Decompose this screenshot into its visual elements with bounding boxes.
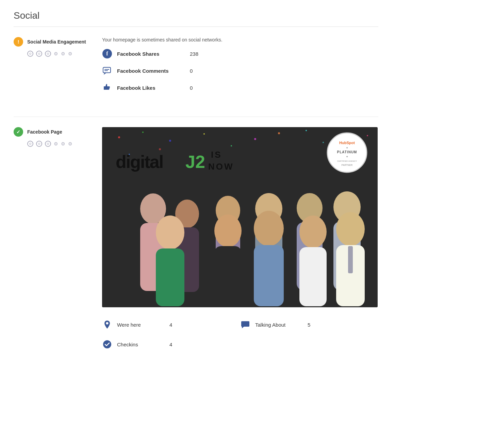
- icon-circle-3[interactable]: [45, 51, 51, 57]
- svg-point-44: [214, 214, 242, 247]
- success-status-icon: ✓: [14, 127, 23, 137]
- gear-icon-5[interactable]: ⚙: [61, 141, 65, 147]
- section-left-fbpage: ✓ Facebook Page ⚙ ⚙ ⚙: [14, 127, 88, 354]
- svg-rect-43: [156, 248, 184, 306]
- facebook-page-stats-grid: Were here 4 Talking About 5: [102, 315, 378, 354]
- icon-circle-5[interactable]: [36, 141, 42, 147]
- svg-text:PLATINUM: PLATINUM: [337, 150, 357, 154]
- team-photo-svg: digital J2 IS NOW HubSpot ★ PLATINUM ★ C…: [102, 127, 378, 307]
- warning-status-icon: !: [14, 37, 23, 47]
- svg-point-54: [103, 340, 111, 348]
- svg-point-42: [156, 216, 184, 249]
- svg-rect-3: [104, 86, 105, 90]
- icon-circle-2[interactable]: [36, 51, 42, 57]
- were-here-label: Were here: [117, 322, 165, 328]
- svg-rect-0: [103, 67, 111, 73]
- svg-point-53: [106, 322, 109, 325]
- facebook-likes-label: Facebook Likes: [117, 85, 185, 91]
- icon-circle-inner-6: [47, 143, 49, 145]
- facebook-comments-icon: [102, 66, 112, 76]
- section-header-fbpage: ✓ Facebook Page: [14, 127, 88, 137]
- svg-point-15: [159, 148, 161, 150]
- svg-rect-45: [214, 246, 242, 306]
- facebook-comments-value: 0: [190, 68, 193, 74]
- svg-point-50: [336, 212, 365, 246]
- icon-circle-inner-2: [38, 53, 40, 55]
- svg-rect-49: [299, 247, 327, 306]
- comment-svg-icon: [102, 66, 112, 75]
- fbpage-icon-row: ⚙ ⚙ ⚙: [27, 141, 88, 147]
- svg-point-10: [306, 130, 307, 131]
- gear-icon-1[interactable]: ⚙: [54, 51, 58, 56]
- section-right-engagement: Your homepage is sometimes shared on soc…: [102, 37, 378, 100]
- svg-text:digital: digital: [116, 152, 163, 172]
- gear-icon-4[interactable]: ⚙: [54, 141, 58, 147]
- chat-svg-icon: [241, 320, 250, 329]
- talking-about-stat: Talking About 5: [240, 315, 378, 334]
- facebook-shares-row: f Facebook Shares 238: [102, 49, 378, 59]
- fbpage-title: Facebook Page: [27, 129, 62, 135]
- facebook-shares-label: Facebook Shares: [117, 51, 185, 57]
- facebook-shares-icon: f: [102, 49, 112, 59]
- location-icon: [102, 320, 112, 330]
- svg-text:IS: IS: [211, 150, 222, 160]
- page-title: Social: [14, 10, 378, 21]
- icon-circle-6[interactable]: [45, 141, 51, 147]
- icon-circle-1[interactable]: [27, 51, 33, 57]
- gear-icon-2[interactable]: ⚙: [61, 51, 65, 56]
- svg-rect-47: [254, 245, 284, 306]
- checkmark-svg-icon: [102, 340, 112, 349]
- svg-point-48: [299, 216, 327, 248]
- checkmark-icon: [102, 339, 112, 349]
- svg-point-12: [367, 135, 368, 136]
- checkins-stat: Checkins 4: [102, 334, 240, 354]
- were-here-value: 4: [169, 322, 172, 328]
- section-left-engagement: ! Social Media Engagement ⚙ ⚙ ⚙: [14, 37, 88, 100]
- check-symbol: ✓: [16, 129, 20, 135]
- facebook-likes-value: 0: [190, 85, 193, 91]
- facebook-page-image: digital J2 IS NOW HubSpot ★ PLATINUM ★ C…: [102, 127, 378, 307]
- svg-text:★: ★: [346, 147, 348, 149]
- svg-point-17: [278, 132, 280, 134]
- svg-point-6: [142, 132, 144, 133]
- gear-icon-6[interactable]: ⚙: [68, 141, 72, 147]
- title-divider: [14, 27, 378, 27]
- icon-circle-4[interactable]: [27, 141, 33, 147]
- engagement-title: Social Media Engagement: [27, 39, 86, 45]
- svg-point-16: [231, 145, 232, 147]
- svg-text:PARTNER: PARTNER: [342, 164, 353, 166]
- svg-text:J2: J2: [185, 152, 205, 172]
- social-media-engagement-section: ! Social Media Engagement ⚙ ⚙ ⚙ Your hom…: [14, 37, 378, 110]
- svg-text:★: ★: [346, 155, 348, 158]
- facebook-comments-label: Facebook Comments: [117, 68, 185, 74]
- facebook-shares-value: 238: [190, 51, 198, 57]
- facebook-comments-row: Facebook Comments 0: [102, 66, 378, 76]
- icon-circle-inner-1: [29, 53, 31, 55]
- chat-icon: [240, 320, 250, 330]
- image-placeholder: digital J2 IS NOW HubSpot ★ PLATINUM ★ C…: [102, 127, 378, 307]
- svg-point-46: [254, 211, 284, 246]
- svg-text:HubSpot: HubSpot: [339, 141, 355, 145]
- section-right-fbpage: digital J2 IS NOW HubSpot ★ PLATINUM ★ C…: [102, 127, 378, 354]
- checkins-value: 4: [169, 342, 172, 347]
- svg-point-9: [254, 138, 256, 140]
- svg-point-5: [118, 136, 120, 138]
- svg-text:CERTIFIED AGENCY: CERTIFIED AGENCY: [337, 160, 357, 162]
- checkins-label: Checkins: [117, 342, 165, 347]
- svg-point-7: [169, 140, 171, 142]
- icon-circle-inner-5: [38, 143, 40, 145]
- facebook-likes-row: Facebook Likes 0: [102, 83, 378, 93]
- facebook-icon: f: [102, 49, 112, 58]
- svg-text:NOW: NOW: [208, 161, 234, 172]
- talking-about-label: Talking About: [255, 322, 303, 328]
- warning-symbol: !: [18, 39, 19, 45]
- were-here-stat: Were here 4: [102, 315, 240, 334]
- gear-icon-3[interactable]: ⚙: [68, 51, 72, 56]
- location-svg-icon: [103, 320, 112, 329]
- engagement-description: Your homepage is sometimes shared on soc…: [102, 37, 378, 42]
- section-divider: [14, 117, 378, 117]
- icon-circle-inner-4: [29, 143, 31, 145]
- svg-point-8: [203, 133, 205, 135]
- icon-circle-inner-3: [47, 53, 49, 55]
- section-header-engagement: ! Social Media Engagement: [14, 37, 88, 47]
